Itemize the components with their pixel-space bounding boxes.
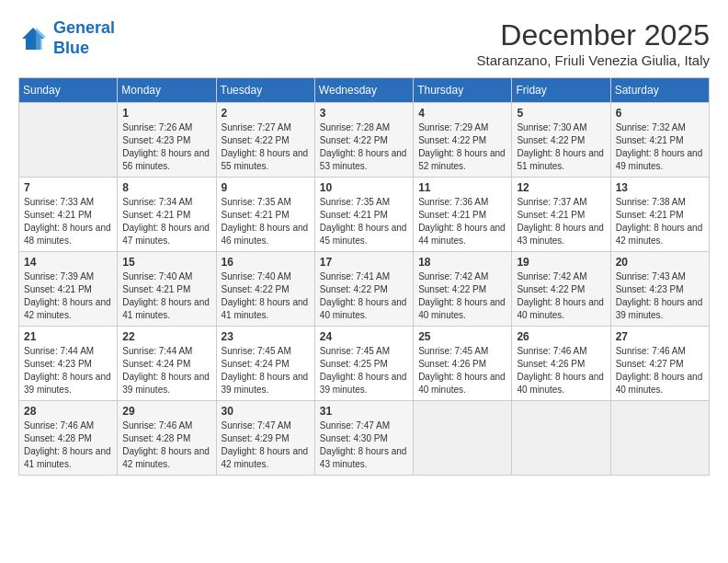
logo-icon <box>18 24 48 53</box>
weekday-header-tuesday: Tuesday <box>216 78 314 103</box>
day-number: 5 <box>517 107 605 120</box>
calendar-cell: 8Sunrise: 7:34 AMSunset: 4:21 PMDaylight… <box>118 178 216 252</box>
calendar-cell: 13Sunrise: 7:38 AMSunset: 4:21 PMDayligh… <box>610 178 709 252</box>
calendar-cell: 23Sunrise: 7:45 AMSunset: 4:24 PMDayligh… <box>216 327 314 401</box>
calendar-cell: 18Sunrise: 7:42 AMSunset: 4:22 PMDayligh… <box>414 252 512 327</box>
day-detail: Sunrise: 7:39 AMSunset: 4:21 PMDaylight:… <box>24 270 112 322</box>
day-number: 10 <box>320 181 408 194</box>
day-detail: Sunrise: 7:46 AMSunset: 4:26 PMDaylight:… <box>517 345 605 396</box>
calendar-cell: 17Sunrise: 7:41 AMSunset: 4:22 PMDayligh… <box>314 252 413 327</box>
day-number: 31 <box>320 405 408 418</box>
day-detail: Sunrise: 7:40 AMSunset: 4:22 PMDaylight:… <box>222 270 310 322</box>
calendar-cell: 29Sunrise: 7:46 AMSunset: 4:28 PMDayligh… <box>118 401 216 476</box>
day-number: 23 <box>222 330 310 343</box>
day-detail: Sunrise: 7:45 AMSunset: 4:24 PMDaylight:… <box>222 345 310 396</box>
day-detail: Sunrise: 7:29 AMSunset: 4:22 PMDaylight:… <box>418 121 506 173</box>
svg-marker-1 <box>36 28 46 50</box>
calendar-week-row: 7Sunrise: 7:33 AMSunset: 4:21 PMDaylight… <box>19 178 710 252</box>
logo-text: General Blue <box>53 18 115 58</box>
weekday-header-sunday: Sunday <box>19 78 118 103</box>
day-detail: Sunrise: 7:46 AMSunset: 4:28 PMDaylight:… <box>122 419 210 471</box>
calendar-cell: 9Sunrise: 7:35 AMSunset: 4:21 PMDaylight… <box>216 178 314 252</box>
calendar-cell: 25Sunrise: 7:45 AMSunset: 4:26 PMDayligh… <box>414 327 512 401</box>
calendar-cell: 28Sunrise: 7:46 AMSunset: 4:28 PMDayligh… <box>19 401 118 476</box>
calendar-cell: 26Sunrise: 7:46 AMSunset: 4:26 PMDayligh… <box>512 327 610 401</box>
calendar-cell: 6Sunrise: 7:32 AMSunset: 4:21 PMDaylight… <box>610 103 709 178</box>
logo: General Blue <box>18 18 115 58</box>
calendar-cell: 20Sunrise: 7:43 AMSunset: 4:23 PMDayligh… <box>610 252 709 327</box>
day-number: 2 <box>222 107 310 120</box>
weekday-header-friday: Friday <box>512 78 610 103</box>
calendar-cell: 15Sunrise: 7:40 AMSunset: 4:21 PMDayligh… <box>118 252 216 327</box>
calendar-week-row: 14Sunrise: 7:39 AMSunset: 4:21 PMDayligh… <box>19 252 710 327</box>
calendar-cell: 7Sunrise: 7:33 AMSunset: 4:21 PMDaylight… <box>19 178 118 252</box>
day-number: 17 <box>320 256 408 269</box>
day-detail: Sunrise: 7:46 AMSunset: 4:28 PMDaylight:… <box>24 419 112 471</box>
location-title: Staranzano, Friuli Venezia Giulia, Italy <box>477 52 710 68</box>
day-detail: Sunrise: 7:46 AMSunset: 4:27 PMDaylight:… <box>616 345 704 396</box>
calendar-cell: 30Sunrise: 7:47 AMSunset: 4:29 PMDayligh… <box>216 401 314 476</box>
calendar-cell: 16Sunrise: 7:40 AMSunset: 4:22 PMDayligh… <box>216 252 314 327</box>
calendar-cell: 27Sunrise: 7:46 AMSunset: 4:27 PMDayligh… <box>610 327 709 401</box>
calendar-cell: 14Sunrise: 7:39 AMSunset: 4:21 PMDayligh… <box>19 252 118 327</box>
day-number: 11 <box>418 181 506 194</box>
day-detail: Sunrise: 7:42 AMSunset: 4:22 PMDaylight:… <box>418 270 506 322</box>
calendar-cell: 21Sunrise: 7:44 AMSunset: 4:23 PMDayligh… <box>19 327 118 401</box>
calendar-week-row: 21Sunrise: 7:44 AMSunset: 4:23 PMDayligh… <box>19 327 710 401</box>
month-title: December 2025 <box>477 18 710 52</box>
calendar-cell: 11Sunrise: 7:36 AMSunset: 4:21 PMDayligh… <box>414 178 512 252</box>
day-number: 24 <box>320 330 408 343</box>
weekday-header-saturday: Saturday <box>610 78 709 103</box>
day-number: 26 <box>517 330 605 343</box>
day-detail: Sunrise: 7:27 AMSunset: 4:22 PMDaylight:… <box>222 121 310 173</box>
day-number: 22 <box>122 330 210 343</box>
day-detail: Sunrise: 7:44 AMSunset: 4:24 PMDaylight:… <box>122 345 210 396</box>
day-number: 12 <box>517 181 605 194</box>
calendar-cell: 3Sunrise: 7:28 AMSunset: 4:22 PMDaylight… <box>314 103 413 178</box>
calendar-table: SundayMondayTuesdayWednesdayThursdayFrid… <box>18 77 710 476</box>
day-number: 29 <box>122 405 210 418</box>
day-detail: Sunrise: 7:42 AMSunset: 4:22 PMDaylight:… <box>517 270 605 322</box>
day-number: 21 <box>24 330 112 343</box>
day-detail: Sunrise: 7:38 AMSunset: 4:21 PMDaylight:… <box>616 196 704 247</box>
day-detail: Sunrise: 7:35 AMSunset: 4:21 PMDaylight:… <box>222 196 310 247</box>
calendar-cell: 10Sunrise: 7:35 AMSunset: 4:21 PMDayligh… <box>314 178 413 252</box>
calendar-cell <box>512 401 610 476</box>
day-detail: Sunrise: 7:37 AMSunset: 4:21 PMDaylight:… <box>517 196 605 247</box>
day-number: 27 <box>616 330 704 343</box>
day-number: 1 <box>122 107 210 120</box>
day-detail: Sunrise: 7:44 AMSunset: 4:23 PMDaylight:… <box>24 345 112 396</box>
calendar-cell: 4Sunrise: 7:29 AMSunset: 4:22 PMDaylight… <box>414 103 512 178</box>
day-number: 15 <box>122 256 210 269</box>
page-header: General Blue December 2025 Staranzano, F… <box>18 18 710 68</box>
day-number: 20 <box>616 256 704 269</box>
calendar-cell: 19Sunrise: 7:42 AMSunset: 4:22 PMDayligh… <box>512 252 610 327</box>
day-number: 8 <box>122 181 210 194</box>
day-number: 7 <box>24 181 112 194</box>
day-number: 4 <box>418 107 506 120</box>
calendar-cell: 2Sunrise: 7:27 AMSunset: 4:22 PMDaylight… <box>216 103 314 178</box>
day-detail: Sunrise: 7:47 AMSunset: 4:30 PMDaylight:… <box>320 419 408 471</box>
day-number: 18 <box>418 256 506 269</box>
calendar-week-row: 28Sunrise: 7:46 AMSunset: 4:28 PMDayligh… <box>19 401 710 476</box>
day-number: 28 <box>24 405 112 418</box>
calendar-cell: 5Sunrise: 7:30 AMSunset: 4:22 PMDaylight… <box>512 103 610 178</box>
day-number: 13 <box>616 181 704 194</box>
day-number: 14 <box>24 256 112 269</box>
calendar-cell: 31Sunrise: 7:47 AMSunset: 4:30 PMDayligh… <box>314 401 413 476</box>
title-area: December 2025 Staranzano, Friuli Venezia… <box>477 18 710 68</box>
day-number: 9 <box>222 181 310 194</box>
day-number: 16 <box>222 256 310 269</box>
day-number: 6 <box>616 107 704 120</box>
weekday-header-thursday: Thursday <box>414 78 512 103</box>
day-number: 19 <box>517 256 605 269</box>
day-detail: Sunrise: 7:47 AMSunset: 4:29 PMDaylight:… <box>222 419 310 471</box>
weekday-header-wednesday: Wednesday <box>314 78 413 103</box>
calendar-cell <box>19 103 118 178</box>
day-detail: Sunrise: 7:32 AMSunset: 4:21 PMDaylight:… <box>616 121 704 173</box>
day-detail: Sunrise: 7:26 AMSunset: 4:23 PMDaylight:… <box>122 121 210 173</box>
calendar-cell <box>414 401 512 476</box>
day-detail: Sunrise: 7:30 AMSunset: 4:22 PMDaylight:… <box>517 121 605 173</box>
weekday-header-row: SundayMondayTuesdayWednesdayThursdayFrid… <box>19 78 710 103</box>
day-detail: Sunrise: 7:45 AMSunset: 4:25 PMDaylight:… <box>320 345 408 396</box>
